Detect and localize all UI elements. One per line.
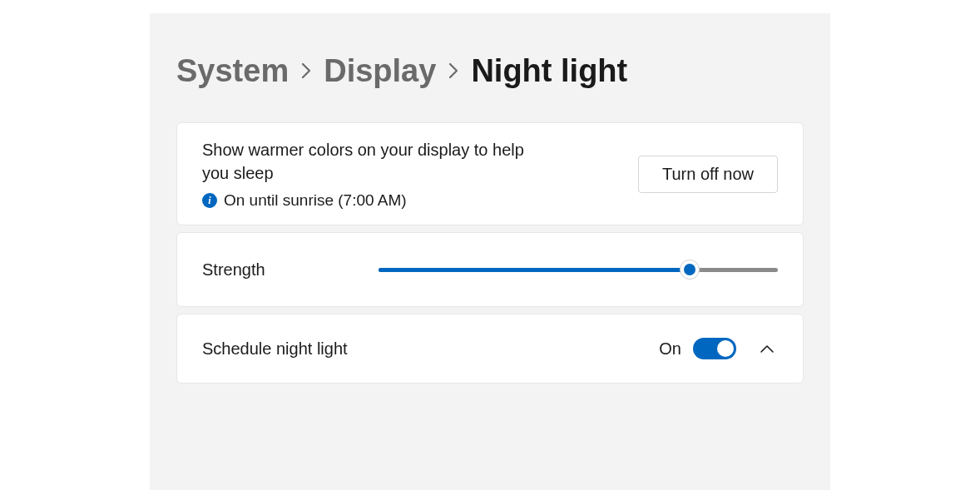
slider-fill	[379, 268, 690, 272]
strength-card: Strength	[176, 232, 804, 307]
warmer-colors-text: Show warmer colors on your display to he…	[202, 138, 621, 210]
strength-slider[interactable]	[379, 260, 778, 280]
toggle-state-label: On	[659, 339, 681, 359]
slider-thumb[interactable]	[680, 260, 700, 280]
chevron-right-icon	[300, 62, 312, 85]
breadcrumb: System Display Night light	[176, 53, 804, 89]
breadcrumb-system[interactable]: System	[176, 53, 289, 89]
info-icon: i	[202, 193, 217, 208]
strength-slider-wrapper	[379, 260, 778, 280]
status-text: On until sunrise (7:00 AM)	[224, 191, 407, 210]
breadcrumb-display[interactable]: Display	[324, 53, 436, 89]
schedule-label: Schedule night light	[202, 339, 348, 359]
settings-page-container: System Display Night light Show warmer c…	[150, 13, 830, 490]
schedule-card: Schedule night light On	[176, 314, 804, 384]
breadcrumb-night-light: Night light	[471, 53, 627, 89]
chevron-up-icon[interactable]	[756, 340, 778, 357]
warmer-colors-description: Show warmer colors on your display to he…	[202, 138, 552, 185]
strength-label: Strength	[202, 260, 265, 280]
schedule-toggle[interactable]	[693, 338, 736, 359]
turn-off-now-button[interactable]: Turn off now	[638, 156, 778, 193]
warmer-colors-card: Show warmer colors on your display to he…	[176, 122, 804, 225]
status-line: i On until sunrise (7:00 AM)	[202, 191, 621, 210]
chevron-right-icon	[448, 62, 459, 85]
schedule-toggle-group: On	[659, 338, 778, 359]
toggle-knob	[717, 340, 734, 357]
